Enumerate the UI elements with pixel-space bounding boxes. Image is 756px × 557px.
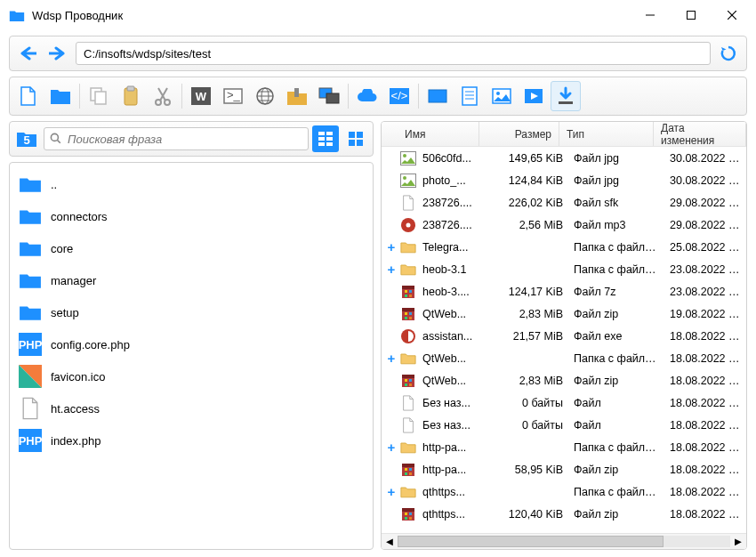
grid-body[interactable]: 506c0fd... 149,65 KiB Файл jpg 30.08.202…	[382, 147, 746, 533]
table-row[interactable]: QtWeb... 2,83 MiB Файл zip 19.08.2022 19…	[382, 303, 746, 325]
svg-rect-67	[409, 317, 412, 319]
document-button[interactable]	[454, 81, 485, 111]
cell-type: Файл sfk	[568, 197, 664, 209]
table-row[interactable]: 238726.... 2,56 MiB Файл mp3 29.08.2022 …	[382, 214, 746, 236]
table-row[interactable]: + QtWeb... Папка с файла... 18.08.2022 1…	[382, 347, 746, 369]
table-row[interactable]: Без наз... 0 байты Файл 18.08.2022 13:52	[382, 414, 746, 436]
folder-tree[interactable]: ..connectorscoremanagersetupPHPconfig.co…	[9, 162, 374, 550]
tree-item[interactable]: core	[10, 232, 373, 264]
view-grid-button[interactable]	[342, 125, 369, 152]
folder-icon	[19, 303, 42, 322]
maximize-button[interactable]	[671, 2, 712, 28]
arch-icon	[399, 284, 417, 300]
column-date[interactable]: Дата изменения	[654, 122, 746, 146]
svg-rect-66	[405, 317, 407, 319]
table-row[interactable]: assistan... 21,57 MiB Файл exe 18.08.202…	[382, 325, 746, 347]
horizontal-scrollbar[interactable]: ◄ ►	[382, 533, 746, 549]
expand-icon[interactable]: +	[383, 262, 399, 277]
separator	[348, 84, 349, 109]
minimize-button[interactable]	[630, 2, 671, 28]
close-button[interactable]	[712, 2, 752, 28]
svg-point-10	[156, 100, 161, 105]
refresh-button[interactable]	[716, 41, 741, 66]
table-row[interactable]: qthttps... 120,40 KiB Файл zip 18.08.202…	[382, 503, 746, 525]
svg-point-32	[496, 92, 500, 95]
cell-type: Папка с файла...	[568, 352, 664, 365]
tree-item-label: config.core.php	[51, 338, 130, 351]
tree-item-label: manager	[51, 274, 96, 287]
table-row[interactable]: + Telegra... Папка с файла... 25.08.2022…	[382, 236, 746, 258]
svg-rect-82	[402, 508, 414, 512]
expand-icon[interactable]: +	[383, 351, 399, 366]
table-row[interactable]: Без наз... 0 байты Файл 18.08.2022 13:52	[382, 392, 746, 414]
screen-button[interactable]	[422, 81, 453, 111]
column-name[interactable]: Имя	[382, 122, 479, 146]
cell-size: 2,83 MiB	[494, 308, 568, 320]
arch-icon	[399, 506, 417, 522]
new-file-button[interactable]	[13, 81, 44, 111]
cut-button[interactable]	[148, 81, 178, 111]
tree-item[interactable]: PHPindex.php	[10, 424, 373, 456]
svg-rect-38	[318, 137, 325, 141]
view-list-button[interactable]	[312, 125, 339, 152]
search-input[interactable]	[44, 127, 309, 150]
cell-date: 18.08.2022 16:40	[664, 352, 746, 365]
table-row[interactable]: QtWeb... 2,83 MiB Файл zip 18.08.2022 16…	[382, 369, 746, 392]
wiki-button[interactable]: W	[186, 81, 216, 111]
svg-rect-80	[409, 472, 412, 475]
image-button[interactable]	[487, 81, 517, 111]
cell-date: 18.08.2022 10:44	[664, 441, 746, 454]
tree-item[interactable]: ..	[10, 168, 373, 200]
scroll-left-icon[interactable]: ◄	[382, 534, 398, 549]
table-row[interactable]: + http-pa... Папка с файла... 18.08.2022…	[382, 436, 746, 458]
globe-button[interactable]	[250, 81, 280, 111]
monitor-button[interactable]	[314, 81, 344, 111]
new-folder-button[interactable]	[45, 81, 76, 111]
table-row[interactable]: photo_... 124,84 KiB Файл jpg 30.08.2022…	[382, 169, 746, 191]
svg-rect-5	[95, 92, 106, 104]
table-row[interactable]: 506c0fd... 149,65 KiB Файл jpg 30.08.202…	[382, 147, 746, 169]
expand-icon[interactable]: +	[383, 239, 399, 254]
expand-icon[interactable]: +	[383, 440, 399, 455]
scroll-right-icon[interactable]: ►	[730, 534, 746, 549]
download-button[interactable]	[551, 81, 581, 111]
table-row[interactable]: 238726.... 226,02 KiB Файл sfk 29.08.202…	[382, 191, 746, 214]
tree-item-label: connectors	[51, 210, 108, 223]
table-row[interactable]: + qthttps... Папка с файла... 18.08.2022…	[382, 480, 746, 503]
svg-text:PHP: PHP	[19, 434, 42, 448]
img-icon	[399, 150, 417, 166]
tree-item[interactable]: manager	[10, 264, 373, 296]
tree-item[interactable]: favicon.ico	[10, 360, 373, 392]
table-row[interactable]: heob-3.... 124,17 KiB Файл 7z 23.08.2022…	[382, 280, 746, 303]
back-button[interactable]	[15, 41, 40, 66]
cell-name: 238726....	[417, 197, 494, 209]
svg-rect-72	[409, 379, 412, 382]
code-button[interactable]: </>	[384, 81, 414, 111]
table-row[interactable]: http-pa... 58,95 KiB Файл zip 18.08.2022…	[382, 458, 746, 480]
copy-button[interactable]	[84, 81, 114, 111]
column-size[interactable]: Размер	[479, 122, 559, 146]
img-icon	[399, 173, 417, 189]
terminal-button[interactable]: >_	[218, 81, 248, 111]
cell-name: QtWeb...	[417, 308, 494, 320]
forward-button[interactable]	[45, 41, 70, 66]
tree-item[interactable]: connectors	[10, 200, 373, 232]
video-button[interactable]	[519, 81, 549, 111]
tree-item[interactable]: setup	[10, 296, 373, 328]
cell-name: http-pa...	[417, 441, 494, 454]
column-type[interactable]: Тип	[559, 122, 654, 146]
table-row[interactable]: + heob-3.1 Папка с файла... 23.08.2022 8…	[382, 258, 746, 280]
folder-mode-button[interactable]: 5	[13, 125, 40, 152]
path-input[interactable]	[76, 42, 711, 65]
expand-icon[interactable]: +	[383, 484, 399, 499]
tree-item[interactable]: PHPconfig.core.php	[10, 328, 373, 360]
arch-icon	[399, 306, 417, 322]
paste-button[interactable]	[116, 81, 146, 111]
svg-rect-27	[462, 87, 477, 105]
cell-name: heob-3.1	[417, 263, 494, 276]
tree-item[interactable]: ht.access	[10, 392, 373, 424]
cloud-button[interactable]	[352, 81, 382, 111]
archive-button[interactable]	[282, 81, 312, 111]
cell-type: Файл 7z	[568, 286, 664, 298]
cell-type: Файл zip	[568, 508, 664, 521]
